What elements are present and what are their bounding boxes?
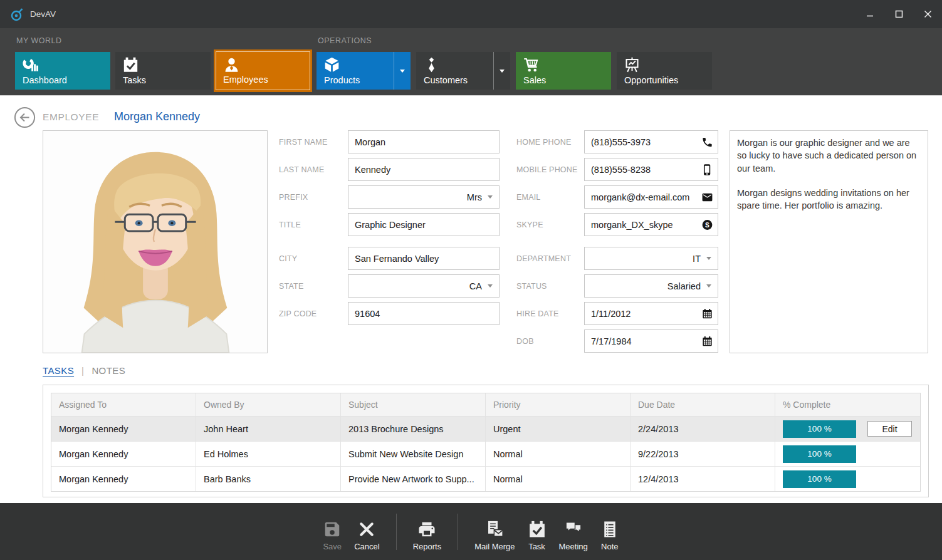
hire-date-field[interactable]: 1/11/2012 xyxy=(584,302,718,325)
first-name-field[interactable]: Morgan xyxy=(348,130,500,153)
field-label: DEPARTMENT xyxy=(516,254,584,263)
reports-button[interactable]: Reports xyxy=(413,512,442,551)
tile-tasks[interactable]: Tasks xyxy=(115,52,211,90)
cell-owned-by: Ed Holmes xyxy=(196,442,341,466)
page-title: Morgan Kennedy xyxy=(114,110,200,123)
tile-products[interactable]: Products xyxy=(317,52,411,90)
field-value: Mrs xyxy=(467,192,488,202)
breadcrumb-section: EMPLOYEE xyxy=(43,111,99,123)
toolbar-label: Task xyxy=(528,542,545,551)
prefix-dropdown[interactable]: Mrs xyxy=(348,185,500,209)
toolbar-label: Save xyxy=(323,542,342,551)
last-name-field[interactable]: Kennedy xyxy=(348,158,500,181)
field-label: ZIP CODE xyxy=(279,309,348,318)
table-row[interactable]: Morgan Kennedy John Heart 2013 Brochure … xyxy=(51,416,920,441)
toolbar-separator xyxy=(396,514,397,550)
cancel-button[interactable]: Cancel xyxy=(354,512,379,551)
new-note-button[interactable]: Note xyxy=(600,512,619,551)
meeting-icon xyxy=(564,520,583,539)
minimize-button[interactable] xyxy=(856,0,884,28)
employee-detail-view: EMPLOYEE Morgan Kennedy xyxy=(0,95,942,503)
skype-field[interactable]: morgank_DX_skype S xyxy=(584,213,718,236)
back-button[interactable] xyxy=(14,106,36,128)
email-field[interactable]: morgank@dx-email.com xyxy=(584,185,718,209)
detail-tabs: TASKS|NOTES xyxy=(43,365,125,376)
cell-complete: 100 % xyxy=(775,467,920,491)
chevron-down-icon xyxy=(500,70,505,73)
state-dropdown[interactable]: CA xyxy=(348,274,500,298)
close-icon xyxy=(924,10,932,18)
calendar-icon xyxy=(701,308,713,319)
close-button[interactable] xyxy=(913,0,942,28)
column-header[interactable]: Priority xyxy=(486,393,631,416)
dob-field[interactable]: 7/17/1984 xyxy=(584,329,718,353)
mobile-phone-field[interactable]: (818)555-8238 xyxy=(584,158,718,181)
field-label: FIRST NAME xyxy=(279,138,348,147)
tile-label: Customers xyxy=(424,75,468,85)
employee-photo xyxy=(43,130,268,353)
email-icon xyxy=(701,191,713,203)
home-phone-field[interactable]: (818)555-3973 xyxy=(584,130,718,153)
customers-dropdown-arrow[interactable] xyxy=(493,52,510,90)
field-label: DOB xyxy=(516,337,584,346)
field-label: CITY xyxy=(279,254,348,263)
toolbar-separator xyxy=(458,514,458,550)
status-dropdown[interactable]: Salaried xyxy=(584,274,718,298)
products-icon xyxy=(323,56,340,73)
task-icon xyxy=(528,520,547,539)
table-row[interactable]: Morgan Kennedy Barb Banks Provide New Ar… xyxy=(51,466,920,491)
group-label-operations: OPERATIONS xyxy=(318,36,372,45)
cell-priority: Normal xyxy=(486,442,631,466)
save-button[interactable]: Save xyxy=(323,512,342,551)
tab-tasks[interactable]: TASKS xyxy=(43,365,74,376)
toolbar-label: Reports xyxy=(413,542,442,551)
cell-subject: Submit New Website Design xyxy=(341,442,486,466)
chevron-down-icon xyxy=(400,70,405,73)
tile-opportunities[interactable]: Opportunities xyxy=(617,52,712,90)
column-header[interactable]: Due Date xyxy=(631,393,775,416)
maximize-button[interactable] xyxy=(884,0,913,28)
new-task-button[interactable]: Task xyxy=(528,512,547,551)
cell-priority: Urgent xyxy=(486,417,631,441)
edit-button[interactable]: Edit xyxy=(867,421,912,437)
products-dropdown-arrow[interactable] xyxy=(394,52,411,90)
mail-merge-button[interactable]: Mail Merge xyxy=(474,512,515,551)
column-header[interactable]: Assigned To xyxy=(51,393,196,416)
progress-bar: 100 % xyxy=(783,445,856,463)
cell-due-date: 9/22/2013 xyxy=(631,442,775,466)
tab-notes[interactable]: NOTES xyxy=(92,365,125,376)
new-meeting-button[interactable]: Meeting xyxy=(559,512,588,551)
employee-notes-memo[interactable]: Morgan is our graphic designer and we ar… xyxy=(730,130,928,353)
tile-customers[interactable]: Customers xyxy=(416,52,510,90)
zip-code-field[interactable]: 91604 xyxy=(348,302,500,325)
toolbar-label: Cancel xyxy=(354,542,379,551)
field-label: EMAIL xyxy=(516,193,584,202)
form-column-left: FIRST NAME Morgan LAST NAME Kennedy PREF… xyxy=(279,130,500,329)
tile-label: Employees xyxy=(223,75,268,85)
title-field[interactable]: Graphic Designer xyxy=(348,213,500,236)
window-title: DevAV xyxy=(30,9,56,19)
column-header[interactable]: % Complete xyxy=(775,393,920,416)
city-field[interactable]: San Fernando Valley xyxy=(348,247,500,270)
cell-subject: 2013 Brochure Designs xyxy=(341,417,486,441)
skype-icon: S xyxy=(701,219,713,231)
bottom-toolbar: Save Cancel Reports Mail Merge xyxy=(0,503,942,560)
field-value: Morgan xyxy=(355,137,385,147)
cell-complete: 100 % Edit xyxy=(775,417,920,441)
note-icon xyxy=(600,520,619,539)
field-value: 7/17/1984 xyxy=(591,336,632,346)
save-icon xyxy=(323,520,342,539)
table-row[interactable]: Morgan Kennedy Ed Holmes Submit New Webs… xyxy=(51,441,920,466)
cell-assigned-to: Morgan Kennedy xyxy=(51,442,196,466)
sales-icon xyxy=(523,56,540,73)
tile-dashboard[interactable]: Dashboard xyxy=(15,52,110,90)
portrait-image xyxy=(43,131,267,353)
tile-sales[interactable]: Sales xyxy=(516,52,611,90)
column-header[interactable]: Owned By xyxy=(196,393,341,416)
cell-complete: 100 % xyxy=(775,442,920,466)
tasks-icon xyxy=(122,56,139,73)
field-value: (818)555-8238 xyxy=(591,165,651,175)
column-header[interactable]: Subject xyxy=(341,393,486,416)
tile-employees-selected[interactable]: Employees xyxy=(214,49,312,92)
department-dropdown[interactable]: IT xyxy=(584,247,718,270)
